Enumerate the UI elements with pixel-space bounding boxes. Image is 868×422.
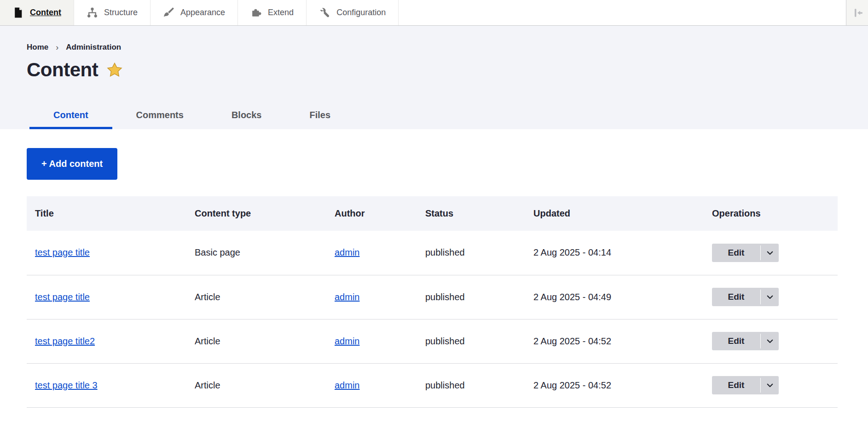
status-cell: published <box>425 275 533 319</box>
author-link[interactable]: admin <box>335 292 359 302</box>
edit-button[interactable]: Edit <box>712 244 760 262</box>
operations-toggle[interactable] <box>761 244 779 262</box>
table-row: test page title Basic page admin publish… <box>27 231 838 275</box>
toolbar-item-configuration[interactable]: Configuration <box>307 0 399 25</box>
content-type-cell: Article <box>195 363 335 407</box>
column-header-title: Title <box>27 196 195 231</box>
edit-button[interactable]: Edit <box>712 376 760 394</box>
node-title-link[interactable]: test page title 3 <box>35 380 98 390</box>
collapse-left-icon <box>851 7 863 19</box>
content-type-cell: Basic page <box>195 231 335 275</box>
table-row: test page title Article admin published … <box>27 275 838 319</box>
page-header: Home › Administration Content Content Co… <box>0 26 868 129</box>
tab-comments[interactable]: Comments <box>112 104 208 129</box>
table-header-row: Title Content type Author Status Updated… <box>27 196 838 231</box>
column-header-operations: Operations <box>712 196 838 231</box>
chevron-down-icon <box>766 293 774 301</box>
table-row: test page title2 Article admin published… <box>27 319 838 363</box>
breadcrumb-administration-link[interactable]: Administration <box>66 43 121 52</box>
operations-toggle[interactable] <box>761 288 779 306</box>
updated-cell: 2 Aug 2025 - 04:52 <box>533 363 712 407</box>
toolbar-item-label: Extend <box>268 8 294 17</box>
status-cell: published <box>425 231 533 275</box>
edit-button[interactable]: Edit <box>712 288 760 306</box>
operations-dropbutton: Edit <box>712 332 779 350</box>
collapse-toolbar-button[interactable] <box>846 0 868 25</box>
breadcrumb-separator: › <box>56 43 58 52</box>
toolbar-item-label: Content <box>30 8 61 17</box>
column-header-status: Status <box>425 196 533 231</box>
column-header-updated: Updated <box>533 196 712 231</box>
status-cell: published <box>425 319 533 363</box>
node-title-link[interactable]: test page title <box>35 247 90 257</box>
primary-tabs: Content Comments Blocks Files <box>29 104 868 129</box>
table-row: test page title 3 Article admin publishe… <box>27 363 838 407</box>
toolbar-item-label: Appearance <box>180 8 225 17</box>
updated-cell: 2 Aug 2025 - 04:49 <box>533 275 712 319</box>
tab-files[interactable]: Files <box>286 104 355 129</box>
toolbar-item-extend[interactable]: Extend <box>238 0 307 25</box>
column-header-author: Author <box>335 196 425 231</box>
operations-dropbutton: Edit <box>712 244 779 262</box>
breadcrumb-home-link[interactable]: Home <box>27 43 48 52</box>
add-content-button[interactable]: + Add content <box>27 148 117 180</box>
toolbar-item-label: Configuration <box>336 8 386 17</box>
content-type-cell: Article <box>195 275 335 319</box>
updated-cell: 2 Aug 2025 - 04:14 <box>533 231 712 275</box>
node-title-link[interactable]: test page title2 <box>35 336 95 346</box>
edit-button[interactable]: Edit <box>712 332 760 350</box>
toolbar-item-appearance[interactable]: Appearance <box>150 0 238 25</box>
author-link[interactable]: admin <box>335 380 359 390</box>
main-content: + Add content Title Content type Author … <box>0 129 868 408</box>
tab-content[interactable]: Content <box>29 104 112 129</box>
wrench-icon <box>319 7 330 18</box>
column-header-content-type: Content type <box>195 196 335 231</box>
paintbrush-icon <box>163 7 174 18</box>
author-link[interactable]: admin <box>335 247 359 257</box>
node-title-link[interactable]: test page title <box>35 292 90 302</box>
puzzle-icon <box>250 7 262 18</box>
chevron-down-icon <box>766 249 774 257</box>
author-link[interactable]: admin <box>335 336 359 346</box>
toolbar-item-label: Structure <box>104 8 138 17</box>
favorite-toggle[interactable] <box>106 62 123 78</box>
toolbar-item-content[interactable]: Content <box>0 0 74 25</box>
operations-toggle[interactable] <box>761 376 779 394</box>
tab-blocks[interactable]: Blocks <box>208 104 286 129</box>
operations-dropbutton: Edit <box>712 376 779 394</box>
updated-cell: 2 Aug 2025 - 04:52 <box>533 319 712 363</box>
file-icon <box>12 7 24 18</box>
toolbar-spacer <box>399 0 846 25</box>
toolbar-item-structure[interactable]: Structure <box>74 0 150 25</box>
admin-toolbar: Content Structure Appearance Extend <box>0 0 868 26</box>
breadcrumb: Home › Administration <box>27 42 868 52</box>
operations-toggle[interactable] <box>761 332 779 350</box>
chevron-down-icon <box>766 337 774 345</box>
page-title: Content <box>27 59 98 81</box>
operations-dropbutton: Edit <box>712 288 779 306</box>
content-table: Title Content type Author Status Updated… <box>27 196 838 408</box>
star-icon <box>106 62 123 78</box>
sitemap-icon <box>87 7 98 18</box>
chevron-down-icon <box>766 381 774 389</box>
content-type-cell: Article <box>195 319 335 363</box>
status-cell: published <box>425 363 533 407</box>
